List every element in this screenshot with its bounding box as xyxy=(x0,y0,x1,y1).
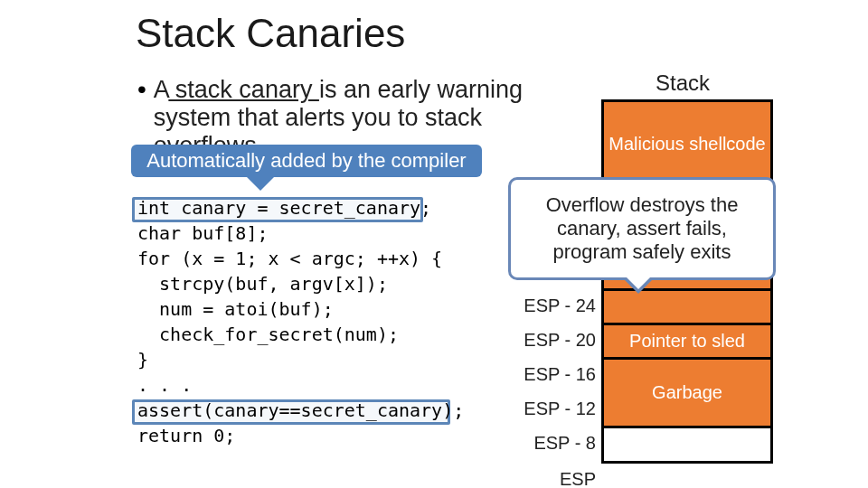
code-line: return 0; xyxy=(137,423,464,448)
addr-esp-16: ESP - 16 xyxy=(496,357,596,391)
addr-esp: ESP xyxy=(496,460,596,488)
stack-cell-sled-ptr: Pointer to sled xyxy=(601,323,773,357)
code-line: strcpy(buf, argv[x]); xyxy=(137,271,464,296)
code-line: . . . xyxy=(137,372,464,398)
overflow-callout-pointer-inner-icon xyxy=(626,277,651,289)
bullet-prefix: A xyxy=(154,76,169,103)
addr-esp-12: ESP - 12 xyxy=(496,391,596,426)
addr-esp-20: ESP - 20 xyxy=(496,323,596,357)
code-line: for (x = 1; x < argc; ++x) { xyxy=(137,246,464,271)
bullet-dot-icon: • xyxy=(137,76,154,103)
addr-blank xyxy=(496,99,596,185)
code-block: int canary = secret_canary; char buf[8];… xyxy=(137,195,464,448)
addr-esp-8: ESP - 8 xyxy=(496,426,596,460)
code-line: check_for_secret(num); xyxy=(137,322,464,347)
code-line: } xyxy=(137,347,464,372)
code-line: num = atoi(buf); xyxy=(137,296,464,322)
code-line: char buf[8]; xyxy=(137,221,464,246)
overflow-callout: Overflow destroys the canary, assert fai… xyxy=(508,177,776,280)
stack-cell-shellcode: Malicious shellcode xyxy=(601,99,773,185)
page-title: Stack Canaries xyxy=(136,11,405,56)
stack-heading: Stack xyxy=(624,70,741,96)
compiler-callout: Automatically added by the compiler xyxy=(131,145,482,177)
code-line: assert(canary==secret_canary); xyxy=(137,398,464,423)
code-line: int canary = secret_canary; xyxy=(137,195,464,221)
stack-cell-garbage: Garbage xyxy=(601,357,773,426)
addr-esp-24: ESP - 24 xyxy=(496,288,596,323)
stack-cell-empty xyxy=(601,426,773,464)
bullet-term: stack canary xyxy=(168,76,319,103)
address-column: ESP - 24 ESP - 20 ESP - 16 ESP - 12 ESP … xyxy=(496,99,596,488)
compiler-callout-pointer-icon xyxy=(244,174,277,191)
